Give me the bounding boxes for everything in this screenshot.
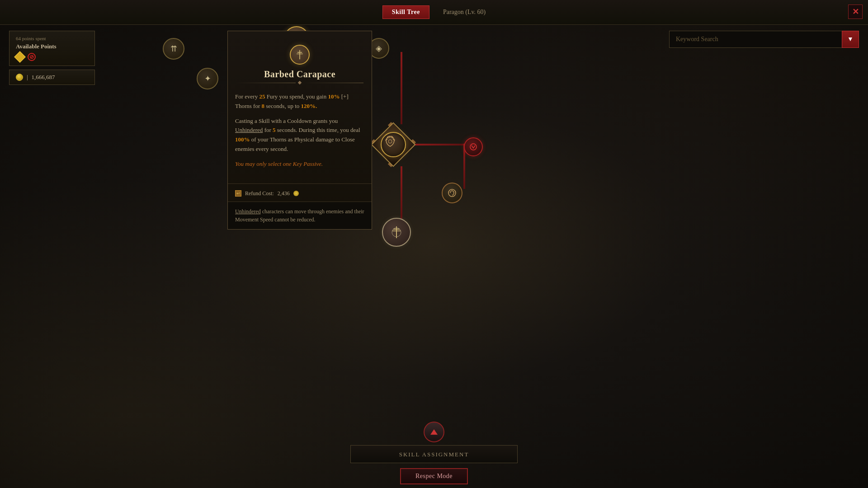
tab-paragon[interactable]: Paragon (Lv. 60) xyxy=(443,9,486,16)
text-fury-prefix: For every xyxy=(235,93,259,100)
deal-pct: 100% xyxy=(235,136,250,143)
unhindered-text: Unhindered xyxy=(235,127,263,133)
right-2-icon xyxy=(447,188,458,198)
refund-row: ↩ Refund Cost: 2,436 xyxy=(228,188,372,202)
tooltip-separator-1 xyxy=(228,183,372,184)
max-pct: 120%. xyxy=(301,103,317,109)
keyword-search-input[interactable] xyxy=(669,31,842,48)
keyword-search-container: ▼ xyxy=(669,31,859,48)
skill-assignment-button[interactable] xyxy=(424,422,444,442)
tooltip-title: Barbed Carapace xyxy=(236,69,363,80)
left-panel: 64 points spent Available Points ⊘ | 1,6… xyxy=(9,31,95,85)
skill-node-right-2[interactable] xyxy=(442,183,462,203)
right-1-icon xyxy=(468,142,478,152)
dropdown-arrow-icon: ▼ xyxy=(847,36,854,43)
arrow-up-icon xyxy=(430,429,438,435)
tooltip-divider xyxy=(236,81,363,84)
barbed-carapace-icon xyxy=(382,133,399,150)
skill-assignment-bar: SKILL ASSIGNMENT xyxy=(350,422,518,463)
refund-gold-coin-icon xyxy=(293,191,299,196)
tab-skill-tree[interactable]: Skill Tree xyxy=(382,5,429,19)
refund-label: Refund Cost: xyxy=(245,190,274,197)
points-icons: ⊘ xyxy=(16,53,88,61)
respec-mode-button[interactable]: Respec Mode xyxy=(400,468,468,484)
diamond-outer xyxy=(371,122,416,167)
gold-amount: 1,666,687 xyxy=(32,74,55,81)
skill-assignment-label: SKILL ASSIGNMENT xyxy=(399,451,469,458)
points-diamond-icon xyxy=(14,51,25,62)
refund-icon: ↩ xyxy=(235,190,241,197)
points-box: 64 points spent Available Points ⊘ xyxy=(9,31,95,66)
available-points-label: Available Points xyxy=(16,43,88,50)
tooltip-warning: You may only select one Key Passive. xyxy=(235,160,364,169)
divider-diamond xyxy=(298,81,302,84)
text-up-to: seconds, up to xyxy=(264,103,301,109)
tooltip-paragraph-1: For every 25 Fury you spend, you gain 10… xyxy=(235,92,364,111)
tooltip-lore: Unhindered characters can move through e… xyxy=(228,202,372,229)
close-button[interactable]: ✕ xyxy=(848,5,863,19)
top-bar: Skill Tree Paragon (Lv. 60) ✕ xyxy=(0,0,868,25)
gold-box: | 1,666,687 xyxy=(9,70,95,85)
thorns-pct: 10% xyxy=(328,93,340,100)
right-1-inner xyxy=(464,137,483,156)
tooltip-card: Barbed Carapace For every 25 Fury you sp… xyxy=(227,31,372,230)
keyword-dropdown-button[interactable]: ▼ xyxy=(842,31,859,48)
connector-diamond-to-right xyxy=(415,144,465,145)
text-cd-end: of your Thorns as Physical damage to Clo… xyxy=(235,136,355,152)
left-1-node-icon: ✦ xyxy=(204,75,211,83)
text-cd-mid: for xyxy=(263,127,273,133)
text-cd-prefix: Casting a Skill with a Cooldown grants y… xyxy=(235,117,338,124)
bottom-node-icon xyxy=(389,225,404,240)
tooltip-body: For every 25 Fury you spend, you gain 10… xyxy=(228,92,372,180)
tooltip-skill-icon xyxy=(294,49,305,60)
top-right-node-icon: ◈ xyxy=(376,44,382,52)
diamond-inner xyxy=(379,130,408,159)
text-cd-suf: seconds. During this time, you deal xyxy=(276,127,360,133)
points-spent-label: 64 points spent xyxy=(16,36,88,41)
key-passive-node-barbed-carapace[interactable] xyxy=(371,122,416,167)
top-left-node-icon: ⇈ xyxy=(170,45,177,53)
skill-assignment-label-box: SKILL ASSIGNMENT xyxy=(350,445,518,463)
connector-top-to-diamond xyxy=(401,52,402,124)
svg-point-3 xyxy=(388,140,392,143)
no-points-icon: ⊘ xyxy=(28,53,36,61)
svg-point-4 xyxy=(470,144,476,150)
diamond-ring xyxy=(381,132,406,157)
tooltip-title-area: Barbed Carapace xyxy=(228,31,372,92)
text-fury-mid: Fury you spend, you gain xyxy=(265,93,328,100)
refund-amount: 2,436 xyxy=(278,190,290,197)
connector-diamond-to-bottom xyxy=(401,166,402,221)
tooltip-paragraph-2: Casting a Skill with a Cooldown grants y… xyxy=(235,117,364,154)
gold-coin-icon xyxy=(16,74,23,81)
skill-node-bottom-center[interactable] xyxy=(382,218,411,247)
gold-separator: | xyxy=(27,74,28,81)
skill-node-top-left[interactable]: ⇈ xyxy=(163,38,184,60)
skill-node-left-1[interactable]: ✦ xyxy=(197,68,218,89)
lore-unhindered: Unhindered xyxy=(235,208,261,215)
background xyxy=(0,0,868,488)
fury-amount: 25 xyxy=(259,93,265,100)
skill-node-right-1[interactable] xyxy=(464,137,483,156)
